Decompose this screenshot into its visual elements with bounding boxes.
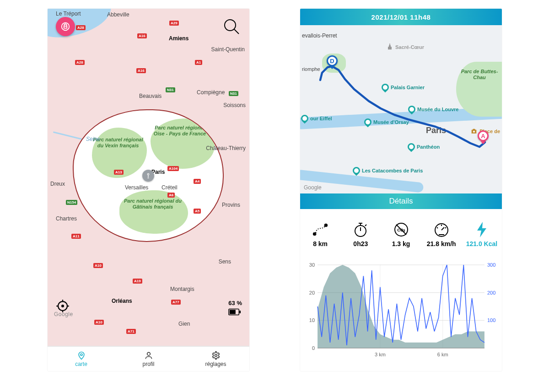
phone-trip-detail: 2021/12/01 11h48 evallois-Perret riomphe…	[300, 9, 502, 371]
svg-text:100: 100	[487, 317, 495, 323]
stat-speed: 21.8 km/h	[421, 209, 462, 260]
co2-icon: CO₂	[393, 222, 409, 237]
label-creteil: Créteil	[161, 184, 178, 191]
svg-point-10	[215, 354, 217, 356]
svg-text:10: 10	[309, 317, 315, 323]
svg-point-15	[314, 234, 315, 235]
stat-kcal: 121.0 Kcal	[462, 209, 502, 260]
speedometer-icon	[433, 222, 450, 237]
battery-icon	[228, 308, 241, 316]
user-icon	[144, 351, 153, 360]
svg-text:20: 20	[309, 290, 315, 295]
map-pin-icon	[77, 351, 86, 360]
stat-duration: 0h23	[340, 209, 381, 260]
lock-button[interactable]	[56, 17, 75, 36]
region-map[interactable]: Parc naturel régional du Vexin français …	[48, 9, 249, 346]
nav-profil[interactable]: profil	[115, 347, 182, 371]
trip-header: 2021/12/01 11h48	[300, 9, 502, 25]
svg-text:0: 0	[312, 345, 315, 351]
nav-carte[interactable]: carte	[48, 347, 115, 371]
svg-point-2	[225, 20, 236, 31]
phone-map-region: Parc naturel régional du Vexin français …	[48, 9, 249, 371]
svg-rect-7	[230, 310, 236, 314]
svg-text:300: 300	[487, 262, 495, 268]
svg-point-13	[325, 225, 326, 226]
trip-stats: 8 km 0h23 CO₂ 1.3 kg 21.8 km/h 121.0 Kca…	[300, 209, 502, 260]
route-icon	[312, 222, 329, 237]
gear-icon	[211, 351, 221, 360]
svg-point-0	[147, 173, 149, 175]
details-button[interactable]: Détails	[300, 193, 502, 209]
trip-route	[300, 25, 502, 193]
search-button[interactable]	[222, 17, 241, 36]
bolt-icon	[475, 222, 488, 237]
svg-text:CO₂: CO₂	[397, 228, 405, 232]
bottom-nav: carte profil réglages	[48, 346, 249, 371]
label-versailles: Versailles	[125, 184, 148, 191]
svg-rect-6	[240, 311, 241, 313]
svg-text:200: 200	[487, 290, 495, 295]
nav-reglages[interactable]: réglages	[182, 347, 249, 371]
svg-text:30: 30	[309, 262, 315, 268]
trip-map[interactable]: evallois-Perret riomphe Sacré-Cœur Palai…	[300, 25, 502, 193]
google-attribution: Google	[304, 184, 322, 191]
trip-chart: 01020301002003003 km6 km	[300, 260, 502, 371]
svg-point-4	[62, 305, 64, 307]
battery-status: 63 %	[228, 300, 242, 316]
google-attribution: Google	[54, 311, 73, 317]
svg-point-9	[147, 352, 150, 355]
stopwatch-icon	[353, 222, 368, 237]
park-vexin: Parc naturel régional du Vexin français	[93, 137, 143, 148]
svg-text:6 km: 6 km	[437, 352, 448, 357]
stat-co2: CO₂ 1.3 kg	[381, 209, 421, 260]
park-gatinais: Parc naturel régional du Gâtinais frança…	[123, 198, 183, 209]
marker-start[interactable]: D	[327, 55, 338, 66]
park-oise: Parc naturel régional Oise - Pays de Fra…	[152, 125, 207, 136]
vehicle-marker[interactable]	[142, 170, 154, 182]
svg-text:3 km: 3 km	[375, 352, 386, 357]
marker-end[interactable]: A	[478, 130, 489, 141]
battery-percent: 63 %	[228, 300, 242, 306]
stat-distance: 8 km	[300, 209, 340, 260]
svg-point-8	[80, 354, 82, 355]
